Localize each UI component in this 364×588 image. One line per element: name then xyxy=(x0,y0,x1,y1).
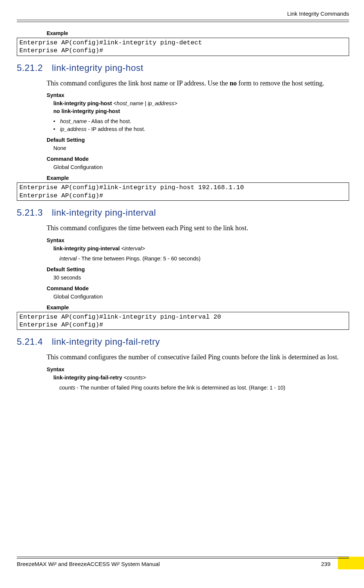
param-desc: - IP address of the host. xyxy=(87,126,145,132)
bullet-icon: • xyxy=(53,125,58,133)
syntax-label: Syntax xyxy=(47,237,349,243)
syntax-label: Syntax xyxy=(47,92,349,98)
section-title: link-integrity ping-interval xyxy=(52,207,156,218)
section-description: This command configures the time between… xyxy=(47,223,349,234)
syntax-bullet-1: • host_name - Alias of the host. xyxy=(53,118,349,125)
page-footer: BreezeMAX Wi² and BreezeACCESS Wi² Syste… xyxy=(17,557,349,567)
code-block-ping-detect: Enterprise AP(config)#link-integrity pin… xyxy=(17,38,349,56)
section-number: 5.21.4 xyxy=(17,337,47,347)
example-label: Example xyxy=(47,175,349,181)
param-desc: - The time between Pings. (Range: 5 - 60… xyxy=(77,256,201,262)
command-mode-value: Global Configuration xyxy=(53,163,349,171)
running-header: Link Integrity Commands xyxy=(17,10,349,17)
default-setting-label: Default Setting xyxy=(47,137,349,143)
command-mode-label: Command Mode xyxy=(47,285,349,291)
syntax-line-2: no link-integrity ping-host xyxy=(53,107,349,115)
param-name: counts xyxy=(59,385,75,391)
syntax-param: interval - The time between Pings. (Rang… xyxy=(59,255,349,263)
param-name: host_name xyxy=(60,118,87,124)
syntax-bold: link-integrity ping-host xyxy=(53,100,113,106)
example-label: Example xyxy=(47,30,349,36)
syntax-line-1: link-integrity ping-host <host_name | ip… xyxy=(53,100,349,107)
header-rule-top xyxy=(17,20,349,20)
section-description: This command configures the number of co… xyxy=(47,352,349,363)
param-name: interval xyxy=(59,256,77,262)
syntax-label: Syntax xyxy=(47,366,349,372)
default-setting-label: Default Setting xyxy=(47,266,349,272)
syntax-bold: link-integrity ping-fail-retry xyxy=(53,375,124,381)
code-block-ping-host: Enterprise AP(config)#link-integrity pin… xyxy=(17,182,349,201)
command-mode-value: Global Configuration xyxy=(53,293,349,301)
example-label: Example xyxy=(47,304,349,310)
footer-page-number: 239 xyxy=(321,561,349,567)
desc-bold: no xyxy=(230,79,237,87)
syntax-bullet-2: • ip_address - IP address of the host. xyxy=(53,125,349,133)
syntax-bold: link-integrity ping-interval xyxy=(53,245,121,251)
default-setting-value: 30 seconds xyxy=(53,274,349,282)
param-desc: - The number of failed Ping counts befor… xyxy=(75,385,285,391)
bullet-icon: • xyxy=(53,118,58,125)
header-rule-bottom xyxy=(17,22,349,22)
param-desc: - Alias of the host. xyxy=(87,118,131,124)
footer-manual-title: BreezeMAX Wi² and BreezeACCESS Wi² Syste… xyxy=(17,561,160,567)
syntax-bold: no link-integrity ping-host xyxy=(53,108,120,114)
syntax-italic: <interval> xyxy=(121,245,145,251)
syntax-italic: <host_name | ip_address> xyxy=(113,100,177,106)
syntax-line: link-integrity ping-fail-retry <counts> xyxy=(53,374,349,382)
section-5-21-2-heading: 5.21.2 link-integrity ping-host xyxy=(17,63,349,73)
syntax-italic: <counts> xyxy=(124,375,146,381)
code-block-ping-interval: Enterprise AP(config)#link-integrity pin… xyxy=(17,312,349,330)
section-number: 5.21.3 xyxy=(17,207,47,218)
section-title: link-integrity ping-host xyxy=(52,63,143,73)
desc-post: form to remove the host setting. xyxy=(237,79,324,87)
section-number: 5.21.2 xyxy=(17,63,47,73)
section-description: This command configures the link host na… xyxy=(47,78,349,89)
desc-pre: This command configures the link host na… xyxy=(47,79,230,87)
section-5-21-4-heading: 5.21.4 link-integrity ping-fail-retry xyxy=(17,337,349,347)
section-title: link-integrity ping-fail-retry xyxy=(52,337,160,347)
command-mode-label: Command Mode xyxy=(47,156,349,162)
param-name: ip_address xyxy=(60,126,87,132)
section-5-21-3-heading: 5.21.3 link-integrity ping-interval xyxy=(17,207,349,218)
syntax-line: link-integrity ping-interval <interval> xyxy=(53,245,349,253)
syntax-param: counts - The number of failed Ping count… xyxy=(59,384,349,392)
default-setting-value: None xyxy=(53,144,349,152)
